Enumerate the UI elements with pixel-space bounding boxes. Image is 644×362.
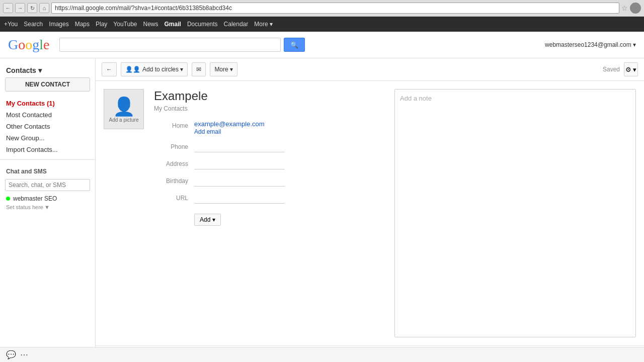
sidebar-item-import-contacts[interactable]: Import Contacts...	[0, 144, 95, 155]
add-field-spacer	[154, 210, 194, 212]
user-account[interactable]: webmasterseo1234@gmail.com ▾	[545, 41, 636, 48]
email-icon: ✉	[196, 66, 201, 73]
email-link[interactable]: example@example.com	[194, 120, 384, 128]
birthday-field-value	[194, 175, 384, 187]
nav-news[interactable]: News	[143, 21, 158, 28]
refresh-button[interactable]: ↻	[27, 3, 37, 13]
sidebar-divider	[0, 159, 95, 160]
google-nav-bar: +You Search Images Maps Play YouTube New…	[0, 17, 644, 32]
saved-badge: Saved	[603, 66, 620, 73]
search-bar: 🔍	[59, 38, 540, 52]
gear-icon: ⚙ ▾	[625, 66, 637, 73]
add-picture-button[interactable]: 👤 Add a picture	[104, 89, 144, 129]
content-area: ← 👤👤 Add to circles ▾ ✉ More ▾ Saved ⚙ ▾	[96, 58, 644, 362]
phone-field-value	[194, 141, 384, 152]
birthday-field-row: Birthday	[154, 175, 384, 187]
address-field-row: Address	[154, 158, 384, 169]
email-field-row: Home example@example.com Add email	[154, 120, 384, 135]
notes-placeholder: Add a note	[400, 95, 432, 102]
person-silhouette-icon: 👤	[113, 96, 135, 117]
more-bottom-icon[interactable]: ⋯	[20, 350, 28, 359]
contact-fields: Home example@example.com Add email Phone	[154, 120, 384, 226]
url-field-label: URL	[154, 193, 194, 202]
url-input[interactable]	[194, 193, 285, 204]
birthday-input[interactable]	[194, 175, 285, 187]
nav-documents[interactable]: Documents	[187, 21, 218, 28]
notes-area[interactable]: Add a note	[394, 89, 636, 337]
back-arrow-icon: ←	[106, 66, 112, 73]
add-picture-label: Add a picture	[109, 117, 139, 123]
set-status-label: Set status here	[6, 204, 43, 210]
address-field-value	[194, 158, 384, 169]
add-to-circles-button[interactable]: 👤👤 Add to circles ▾	[121, 62, 188, 76]
url-field-value	[194, 193, 384, 204]
contact-avatar-area: 👤 Add a picture	[104, 89, 144, 337]
email-field-label: Home	[154, 120, 194, 129]
circles-icon: 👤👤	[125, 66, 140, 73]
chat-section-title: Chat and SMS	[0, 164, 95, 177]
sidebar-item-most-contacted[interactable]: Most Contacted	[0, 109, 95, 121]
add-field-row: Add ▾	[154, 210, 384, 226]
phone-input[interactable]	[194, 141, 285, 152]
add-to-circles-label: Add to circles ▾	[142, 66, 183, 73]
nav-calendar[interactable]: Calendar	[224, 21, 249, 28]
contact-info: Exampele My Contacts Home example@exampl…	[154, 89, 384, 337]
toolbar: ← 👤👤 Add to circles ▾ ✉ More ▾ Saved ⚙ ▾	[96, 58, 644, 81]
nav-more[interactable]: More ▾	[254, 21, 273, 28]
user-name-label: webmaster SEO	[13, 195, 57, 202]
add-field-button[interactable]: Add ▾	[194, 214, 221, 226]
sidebar: Contacts ▾ NEW CONTACT My Contacts (1) M…	[0, 58, 96, 362]
bookmark-star-icon[interactable]: ☆	[621, 4, 628, 12]
nav-search[interactable]: Search	[24, 21, 43, 28]
more-label: More ▾	[214, 66, 233, 73]
email-button[interactable]: ✉	[192, 62, 206, 76]
google-header: Google 🔍 webmasterseo1234@gmail.com ▾	[0, 32, 644, 58]
nav-gmail[interactable]: Gmail	[165, 21, 181, 28]
contact-group: My Contacts	[154, 105, 384, 112]
sidebar-item-my-contacts[interactable]: My Contacts (1)	[0, 98, 95, 109]
nav-youtube[interactable]: YouTube	[113, 21, 137, 28]
add-email-link[interactable]: Add email	[194, 128, 221, 135]
browser-nav-bar: ← → ↻ ⌂ ☆	[0, 0, 644, 16]
phone-field-row: Phone	[154, 141, 384, 152]
url-field-row: URL	[154, 193, 384, 204]
search-input[interactable]	[59, 38, 281, 52]
forward-button[interactable]: →	[15, 3, 25, 13]
main-layout: Contacts ▾ NEW CONTACT My Contacts (1) M…	[0, 58, 644, 362]
user-status: webmaster SEO	[0, 193, 95, 204]
phone-field-label: Phone	[154, 141, 194, 150]
user-email-label: webmasterseo1234@gmail.com ▾	[545, 41, 636, 48]
chat-icon[interactable]: 💬	[6, 350, 16, 359]
settings-button[interactable]: ⚙ ▾	[624, 62, 638, 76]
back-button[interactable]: ←	[3, 3, 13, 13]
contacts-dropdown[interactable]: Contacts ▾	[0, 63, 95, 77]
status-dropdown-icon: ▼	[44, 204, 50, 210]
home-button[interactable]: ⌂	[39, 3, 49, 13]
back-to-contacts-button[interactable]: ←	[102, 62, 117, 76]
bottom-bar: 💬 ⋯	[0, 347, 644, 362]
search-icon: 🔍	[290, 41, 298, 49]
new-contact-button[interactable]: NEW CONTACT	[5, 77, 90, 92]
email-field-value: example@example.com Add email	[194, 120, 384, 135]
sidebar-item-new-group[interactable]: New Group...	[0, 132, 95, 144]
set-status-button[interactable]: Set status here ▼	[0, 204, 95, 210]
nav-play[interactable]: Play	[96, 21, 107, 28]
address-field-label: Address	[154, 158, 194, 167]
nav-maps[interactable]: Maps	[75, 21, 90, 28]
search-button[interactable]: 🔍	[284, 38, 305, 52]
chat-search-input[interactable]	[5, 179, 90, 191]
address-bar[interactable]	[51, 3, 619, 14]
birthday-field-label: Birthday	[154, 175, 194, 185]
nav-images[interactable]: Images	[49, 21, 68, 28]
more-actions-button[interactable]: More ▾	[210, 62, 237, 76]
status-dot-icon	[6, 197, 10, 201]
sidebar-item-other-contacts[interactable]: Other Contacts	[0, 121, 95, 132]
contact-view: 👤 Add a picture Exampele My Contacts Hom…	[96, 81, 644, 345]
google-logo: Google	[8, 37, 49, 53]
nav-plus-you[interactable]: +You	[4, 21, 18, 28]
address-input[interactable]	[194, 158, 285, 169]
contact-name: Exampele	[154, 89, 384, 103]
add-field-label: Add ▾	[200, 216, 215, 223]
browser-user-icon[interactable]	[630, 3, 641, 14]
